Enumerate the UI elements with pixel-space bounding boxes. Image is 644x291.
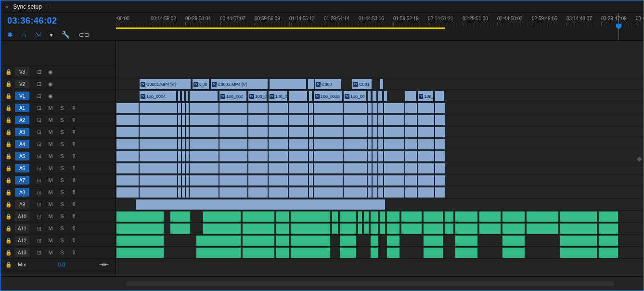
audio-clip[interactable] [598,247,618,258]
mute-button[interactable]: M [47,165,54,172]
voiceover-icon[interactable]: 🎙 [70,225,77,232]
solo-button[interactable]: S [58,117,66,123]
video-clip[interactable]: fx108_0 [268,91,287,102]
voiceover-icon[interactable]: 🎙 [70,117,77,123]
audio-clip[interactable] [242,247,275,258]
video-clip[interactable] [343,127,367,138]
mute-button[interactable]: M [47,105,54,111]
video-clip[interactable] [288,187,309,198]
video-clip[interactable] [367,91,371,102]
video-clip[interactable] [378,115,384,126]
audio-clip[interactable] [339,247,357,258]
video-clip[interactable] [435,127,445,138]
video-clip[interactable] [116,115,139,126]
video-clip[interactable] [378,187,384,198]
voiceover-icon[interactable]: 🎙 [70,250,77,256]
video-clip[interactable]: fx108_ [417,91,434,102]
audio-clip[interactable] [560,235,597,246]
sync-lock-icon[interactable]: ⊡ [35,250,43,256]
sync-lock-icon[interactable]: ⊡ [35,238,43,244]
video-clip[interactable] [181,139,185,150]
audio-clip[interactable] [379,211,386,222]
video-clip[interactable] [380,79,384,90]
video-clip[interactable] [378,139,384,150]
track-header-v2[interactable]: 🔒V2⊡◉ [0,78,116,90]
sequence-title[interactable]: Sync setup [13,3,41,10]
voiceover-icon[interactable]: 🎙 [70,105,77,111]
video-clip[interactable] [178,175,181,186]
track-header-a13[interactable]: 🔒A13⊡MS🎙 [0,247,116,259]
audio-clip[interactable] [332,211,338,222]
track-target-toggle[interactable]: A4 [15,140,29,148]
video-clip[interactable] [189,103,219,114]
horizontal-scrollbar[interactable] [126,281,615,286]
track-target-toggle[interactable]: A3 [15,128,29,136]
video-clip[interactable] [372,127,378,138]
audio-clip[interactable] [290,211,331,222]
video-clip[interactable] [268,127,288,138]
solo-button[interactable]: S [58,177,66,184]
video-clip[interactable] [178,127,181,138]
video-clip[interactable] [248,115,268,126]
timeline-area[interactable]: fxC0001.MP4 [V]fxC00fxC0003.MP4 [V]fxC00… [116,41,644,277]
video-clip[interactable] [435,91,444,102]
sync-lock-icon[interactable]: ⊡ [35,225,43,232]
audio-clip[interactable] [370,223,378,234]
track-header-a8[interactable]: 🔒A8⊡MS🎙 [0,186,116,198]
video-clip[interactable] [313,187,343,198]
video-clip[interactable] [178,163,181,174]
video-clip[interactable] [372,115,378,126]
video-clip[interactable] [435,187,445,198]
video-clip[interactable] [417,163,435,174]
video-clip[interactable] [139,175,178,186]
video-clip[interactable] [343,151,367,162]
track-target-toggle[interactable]: V3 [15,67,29,76]
sync-lock-icon[interactable]: ⊡ [35,177,43,184]
audio-clip[interactable] [290,223,331,234]
track-header-a1[interactable]: 🔒A1⊡MS🎙 [0,102,116,114]
video-clip[interactable] [343,139,367,150]
audio-clip[interactable] [423,247,443,258]
video-clip[interactable] [288,139,309,150]
sync-lock-icon[interactable]: ⊡ [35,129,43,135]
mute-button[interactable]: M [47,213,54,220]
video-clip[interactable] [139,103,178,114]
video-clip[interactable] [219,163,248,174]
lock-icon[interactable]: 🔒 [5,153,12,159]
audio-clip[interactable] [423,223,443,234]
work-area-bar[interactable] [116,27,445,29]
track-target-toggle[interactable]: A8 [15,188,29,197]
video-clip[interactable] [405,163,417,174]
video-clip[interactable] [343,163,367,174]
track-header-a5[interactable]: 🔒A5⊡MS🎙 [0,150,116,162]
video-clip[interactable] [405,187,417,198]
video-clip[interactable] [367,115,372,126]
track-target-toggle[interactable]: A13 [15,248,29,257]
video-clip[interactable] [178,115,181,126]
track-header-a10[interactable]: 🔒A10⊡MS🎙 [0,211,116,223]
audio-clip[interactable] [196,235,241,246]
audio-clip[interactable] [116,223,164,234]
lock-icon[interactable]: 🔒 [5,117,12,123]
solo-button[interactable]: S [58,153,66,159]
track-target-toggle[interactable]: A1 [15,104,29,112]
mute-button[interactable]: M [47,177,54,184]
zoom-handle-icon[interactable]: ◆ [637,155,642,162]
track-header-a4[interactable]: 🔒A4⊡MS🎙 [0,138,116,150]
video-clip[interactable]: fx108_00 [343,91,366,102]
video-clip[interactable] [417,175,435,186]
close-icon[interactable]: × [5,4,8,10]
lock-icon[interactable]: 🔒 [5,225,12,232]
lock-icon[interactable]: 🔒 [5,189,12,196]
video-clip[interactable] [343,115,367,126]
sync-lock-icon[interactable]: ⊡ [35,93,43,99]
video-clip[interactable] [185,175,189,186]
linked-selection-icon[interactable]: ⇲ [35,31,41,39]
mute-button[interactable]: M [47,117,54,123]
audio-clip[interactable] [276,211,289,222]
sync-lock-icon[interactable]: ⊡ [35,69,43,75]
track-target-toggle[interactable]: A12 [15,236,29,245]
toggle-output-icon[interactable]: ◉ [47,69,54,75]
video-clip[interactable]: fxC000 [314,79,341,90]
video-clip[interactable] [269,79,307,90]
